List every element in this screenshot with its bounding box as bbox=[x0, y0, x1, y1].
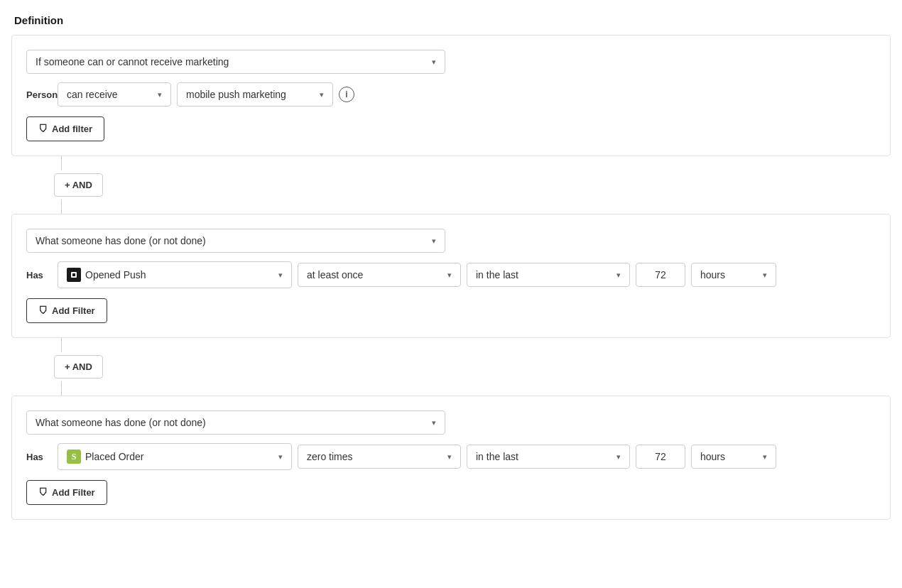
has-label-2: Has bbox=[26, 270, 52, 281]
definition-dropdown-2-label: What someone has done (or not done) bbox=[36, 235, 428, 246]
add-filter-button-2[interactable]: ⛉ Add Filter bbox=[26, 298, 107, 323]
timerange-dropdown-2[interactable]: in the last ▾ bbox=[467, 263, 630, 287]
frequency-dropdown-2[interactable]: at least once ▾ bbox=[298, 263, 461, 287]
connector-2: + AND bbox=[11, 338, 891, 396]
person-type-label: mobile push marketing bbox=[186, 89, 315, 100]
vertical-line-3 bbox=[61, 338, 62, 352]
event-dropdown-2[interactable]: Opened Push ▾ bbox=[58, 261, 292, 288]
chevron-down-icon: ▾ bbox=[447, 452, 452, 462]
frequency-dropdown-3[interactable]: zero times ▾ bbox=[298, 445, 461, 469]
add-filter-button-1[interactable]: ⛉ Add filter bbox=[26, 116, 104, 141]
vertical-line-4 bbox=[61, 381, 62, 396]
chevron-down-icon: ▾ bbox=[432, 58, 436, 67]
connector-1: + AND bbox=[11, 156, 891, 214]
definition-dropdown-2[interactable]: What someone has done (or not done) ▾ bbox=[26, 229, 445, 253]
filter-icon: ⛉ bbox=[38, 124, 48, 134]
has-row-2: Has Opened Push ▾ at least once ▾ in the… bbox=[26, 261, 876, 288]
definition-dropdown-3-label: What someone has done (or not done) bbox=[36, 417, 428, 428]
person-action-label: can receive bbox=[67, 89, 153, 100]
chevron-down-icon: ▾ bbox=[763, 452, 767, 462]
has-row-3: Has S Placed Order ▾ zero times ▾ in the… bbox=[26, 443, 876, 470]
person-type-dropdown[interactable]: mobile push marketing ▾ bbox=[177, 82, 333, 107]
chevron-down-icon: ▾ bbox=[447, 271, 452, 280]
chevron-down-icon: ▾ bbox=[432, 236, 436, 246]
condition-block-3: What someone has done (or not done) ▾ Ha… bbox=[11, 396, 891, 520]
condition-block-2: What someone has done (or not done) ▾ Ha… bbox=[11, 214, 891, 338]
person-label: Person bbox=[26, 89, 52, 100]
push-event-icon bbox=[67, 268, 81, 282]
page-container: Definition If someone can or cannot rece… bbox=[0, 0, 902, 588]
push-icon-inner bbox=[71, 272, 77, 278]
hours-input-3[interactable] bbox=[636, 445, 685, 469]
add-filter-label-3: Add Filter bbox=[52, 487, 95, 498]
and-button-2[interactable]: + AND bbox=[54, 355, 103, 379]
filter-icon-3: ⛉ bbox=[38, 487, 48, 498]
shopify-s-letter: S bbox=[72, 452, 77, 462]
add-filter-button-3[interactable]: ⛉ Add Filter bbox=[26, 480, 107, 505]
definition-dropdown-3[interactable]: What someone has done (or not done) ▾ bbox=[26, 410, 445, 435]
and-button-1[interactable]: + AND bbox=[54, 173, 103, 197]
timerange-label-3: in the last bbox=[476, 451, 612, 462]
event-label-3: Placed Order bbox=[85, 451, 274, 462]
hours-input-2[interactable] bbox=[636, 263, 685, 287]
chevron-down-icon: ▾ bbox=[616, 271, 621, 280]
event-dropdown-3[interactable]: S Placed Order ▾ bbox=[58, 443, 292, 470]
has-label-3: Has bbox=[26, 452, 52, 462]
timerange-dropdown-3[interactable]: in the last ▾ bbox=[467, 445, 630, 469]
chevron-down-icon: ▾ bbox=[278, 452, 283, 462]
frequency-label-2: at least once bbox=[307, 269, 443, 281]
definition-dropdown-1-label: If someone can or cannot receive marketi… bbox=[36, 56, 428, 67]
add-filter-label-1: Add filter bbox=[52, 124, 92, 134]
chevron-down-icon: ▾ bbox=[616, 452, 621, 462]
frequency-label-3: zero times bbox=[307, 451, 443, 462]
page-title: Definition bbox=[0, 14, 902, 35]
chevron-down-icon: ▾ bbox=[320, 90, 324, 99]
filter-icon-2: ⛉ bbox=[38, 305, 48, 316]
event-dropdown-2-inner: Opened Push bbox=[67, 268, 274, 282]
chevron-down-icon: ▾ bbox=[763, 271, 767, 280]
hours-dropdown-2[interactable]: hours ▾ bbox=[691, 263, 776, 287]
hours-dropdown-3[interactable]: hours ▾ bbox=[691, 445, 776, 469]
event-label-2: Opened Push bbox=[85, 269, 274, 281]
condition-block-1: If someone can or cannot receive marketi… bbox=[11, 35, 891, 156]
event-dropdown-3-inner: S Placed Order bbox=[67, 450, 274, 464]
chevron-down-icon: ▾ bbox=[158, 90, 162, 99]
shopify-icon: S bbox=[67, 450, 81, 464]
add-filter-label-2: Add Filter bbox=[52, 305, 95, 316]
vertical-line-1 bbox=[61, 156, 62, 170]
hours-label-2: hours bbox=[700, 269, 759, 281]
definition-dropdown-1[interactable]: If someone can or cannot receive marketi… bbox=[26, 50, 445, 74]
person-action-dropdown[interactable]: can receive ▾ bbox=[58, 82, 171, 107]
timerange-label-2: in the last bbox=[476, 269, 612, 281]
vertical-line-2 bbox=[61, 200, 62, 214]
chevron-down-icon: ▾ bbox=[278, 271, 283, 280]
hours-label-3: hours bbox=[700, 451, 759, 462]
chevron-down-icon: ▾ bbox=[432, 418, 436, 428]
person-row: Person can receive ▾ mobile push marketi… bbox=[26, 82, 876, 107]
info-icon[interactable]: i bbox=[339, 87, 354, 102]
